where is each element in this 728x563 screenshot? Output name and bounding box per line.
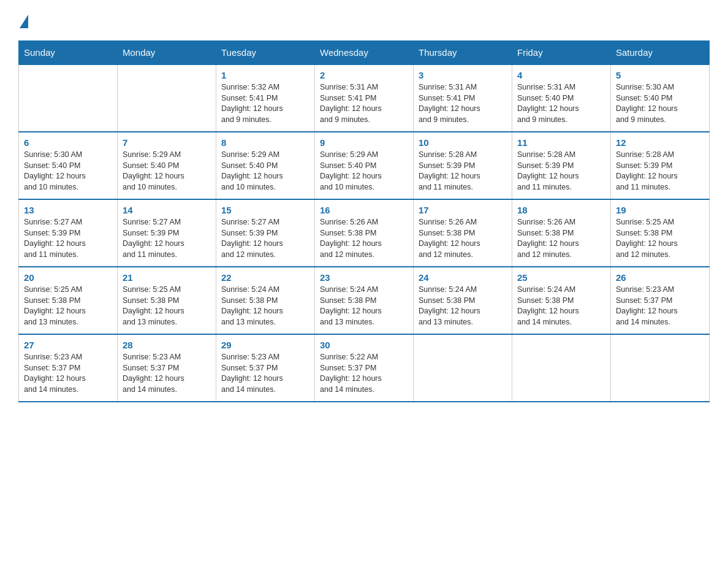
sun-info: Sunrise: 5:27 AMSunset: 5:39 PMDaylight:…: [221, 217, 309, 260]
calendar-cell: 27Sunrise: 5:23 AMSunset: 5:37 PMDayligh…: [19, 334, 118, 402]
sun-info: Sunrise: 5:23 AMSunset: 5:37 PMDaylight:…: [616, 285, 704, 327]
day-number: 6: [24, 137, 112, 148]
calendar-cell: 16Sunrise: 5:26 AMSunset: 5:38 PMDayligh…: [315, 199, 414, 267]
day-number: 25: [517, 272, 605, 283]
header-friday: Friday: [512, 41, 611, 65]
day-number: 8: [221, 137, 309, 148]
calendar-cell: 18Sunrise: 5:26 AMSunset: 5:38 PMDayligh…: [512, 199, 611, 267]
calendar-cell: 25Sunrise: 5:24 AMSunset: 5:38 PMDayligh…: [512, 267, 611, 334]
day-number: 24: [419, 272, 507, 283]
sun-info: Sunrise: 5:23 AMSunset: 5:37 PMDaylight:…: [123, 352, 211, 395]
calendar-cell: 4Sunrise: 5:31 AMSunset: 5:40 PMDaylight…: [512, 64, 611, 132]
day-number: 9: [320, 137, 408, 148]
sun-info: Sunrise: 5:31 AMSunset: 5:40 PMDaylight:…: [517, 82, 605, 125]
day-number: 2: [320, 70, 408, 80]
calendar-cell: 28Sunrise: 5:23 AMSunset: 5:37 PMDayligh…: [118, 334, 216, 402]
header-thursday: Thursday: [414, 41, 512, 65]
header-sunday: Sunday: [19, 41, 118, 65]
sun-info: Sunrise: 5:26 AMSunset: 5:38 PMDaylight:…: [517, 217, 605, 260]
sun-info: Sunrise: 5:31 AMSunset: 5:41 PMDaylight:…: [320, 82, 408, 125]
sun-info: Sunrise: 5:30 AMSunset: 5:40 PMDaylight:…: [616, 82, 704, 125]
day-number: 18: [517, 205, 605, 215]
calendar-cell: [118, 64, 216, 132]
calendar-cell: 1Sunrise: 5:32 AMSunset: 5:41 PMDaylight…: [216, 64, 315, 132]
calendar-cell: 10Sunrise: 5:28 AMSunset: 5:39 PMDayligh…: [414, 132, 512, 199]
week-row-1: 1Sunrise: 5:32 AMSunset: 5:41 PMDaylight…: [19, 64, 710, 132]
day-number: 3: [419, 70, 507, 80]
sun-info: Sunrise: 5:28 AMSunset: 5:39 PMDaylight:…: [419, 150, 507, 193]
day-number: 21: [123, 272, 211, 283]
sun-info: Sunrise: 5:28 AMSunset: 5:39 PMDaylight:…: [517, 150, 605, 193]
sun-info: Sunrise: 5:25 AMSunset: 5:38 PMDaylight:…: [24, 285, 112, 327]
calendar-cell: 17Sunrise: 5:26 AMSunset: 5:38 PMDayligh…: [414, 199, 512, 267]
week-row-4: 20Sunrise: 5:25 AMSunset: 5:38 PMDayligh…: [19, 267, 710, 334]
day-number: 4: [517, 70, 605, 80]
calendar-cell: 30Sunrise: 5:22 AMSunset: 5:37 PMDayligh…: [315, 334, 414, 402]
day-number: 14: [123, 205, 211, 215]
day-number: 17: [419, 205, 507, 215]
sun-info: Sunrise: 5:25 AMSunset: 5:38 PMDaylight:…: [616, 217, 704, 260]
sun-info: Sunrise: 5:24 AMSunset: 5:38 PMDaylight:…: [221, 285, 309, 327]
sun-info: Sunrise: 5:26 AMSunset: 5:38 PMDaylight:…: [419, 217, 507, 260]
day-number: 19: [616, 205, 704, 215]
calendar-cell: 3Sunrise: 5:31 AMSunset: 5:41 PMDaylight…: [414, 64, 512, 132]
header-tuesday: Tuesday: [216, 41, 315, 65]
day-number: 15: [221, 205, 309, 215]
calendar-cell: 6Sunrise: 5:30 AMSunset: 5:40 PMDaylight…: [19, 132, 118, 199]
day-number: 5: [616, 70, 704, 80]
calendar-cell: 11Sunrise: 5:28 AMSunset: 5:39 PMDayligh…: [512, 132, 611, 199]
day-number: 26: [616, 272, 704, 283]
calendar-cell: 5Sunrise: 5:30 AMSunset: 5:40 PMDaylight…: [611, 64, 710, 132]
page-header: [18, 12, 710, 28]
sun-info: Sunrise: 5:31 AMSunset: 5:41 PMDaylight:…: [419, 82, 507, 125]
sun-info: Sunrise: 5:22 AMSunset: 5:37 PMDaylight:…: [320, 352, 408, 395]
sun-info: Sunrise: 5:24 AMSunset: 5:38 PMDaylight:…: [419, 285, 507, 327]
calendar-cell: [512, 334, 611, 402]
logo-triangle-icon: [20, 15, 28, 28]
day-number: 12: [616, 137, 704, 148]
calendar-cell: 2Sunrise: 5:31 AMSunset: 5:41 PMDaylight…: [315, 64, 414, 132]
sun-info: Sunrise: 5:26 AMSunset: 5:38 PMDaylight:…: [320, 217, 408, 260]
day-number: 1: [221, 70, 309, 80]
day-number: 28: [123, 340, 211, 350]
calendar-cell: 21Sunrise: 5:25 AMSunset: 5:38 PMDayligh…: [118, 267, 216, 334]
calendar-cell: 24Sunrise: 5:24 AMSunset: 5:38 PMDayligh…: [414, 267, 512, 334]
day-number: 22: [221, 272, 309, 283]
week-row-2: 6Sunrise: 5:30 AMSunset: 5:40 PMDaylight…: [19, 132, 710, 199]
sun-info: Sunrise: 5:24 AMSunset: 5:38 PMDaylight:…: [320, 285, 408, 327]
sun-info: Sunrise: 5:23 AMSunset: 5:37 PMDaylight:…: [24, 352, 112, 395]
sun-info: Sunrise: 5:27 AMSunset: 5:39 PMDaylight:…: [123, 217, 211, 260]
calendar-cell: 20Sunrise: 5:25 AMSunset: 5:38 PMDayligh…: [19, 267, 118, 334]
calendar-cell: 22Sunrise: 5:24 AMSunset: 5:38 PMDayligh…: [216, 267, 315, 334]
week-row-5: 27Sunrise: 5:23 AMSunset: 5:37 PMDayligh…: [19, 334, 710, 402]
sun-info: Sunrise: 5:25 AMSunset: 5:38 PMDaylight:…: [123, 285, 211, 327]
header-saturday: Saturday: [611, 41, 710, 65]
day-number: 30: [320, 340, 408, 350]
sun-info: Sunrise: 5:29 AMSunset: 5:40 PMDaylight:…: [123, 150, 211, 193]
day-number: 27: [24, 340, 112, 350]
day-number: 20: [24, 272, 112, 283]
header-monday: Monday: [118, 41, 216, 65]
week-row-3: 13Sunrise: 5:27 AMSunset: 5:39 PMDayligh…: [19, 199, 710, 267]
calendar-cell: 19Sunrise: 5:25 AMSunset: 5:38 PMDayligh…: [611, 199, 710, 267]
sun-info: Sunrise: 5:29 AMSunset: 5:40 PMDaylight:…: [320, 150, 408, 193]
sun-info: Sunrise: 5:24 AMSunset: 5:38 PMDaylight:…: [517, 285, 605, 327]
calendar-cell: 23Sunrise: 5:24 AMSunset: 5:38 PMDayligh…: [315, 267, 414, 334]
day-number: 11: [517, 137, 605, 148]
sun-info: Sunrise: 5:29 AMSunset: 5:40 PMDaylight:…: [221, 150, 309, 193]
calendar-cell: 8Sunrise: 5:29 AMSunset: 5:40 PMDaylight…: [216, 132, 315, 199]
sun-info: Sunrise: 5:28 AMSunset: 5:39 PMDaylight:…: [616, 150, 704, 193]
sun-info: Sunrise: 5:23 AMSunset: 5:37 PMDaylight:…: [221, 352, 309, 395]
sun-info: Sunrise: 5:30 AMSunset: 5:40 PMDaylight:…: [24, 150, 112, 193]
calendar-cell: 26Sunrise: 5:23 AMSunset: 5:37 PMDayligh…: [611, 267, 710, 334]
sun-info: Sunrise: 5:32 AMSunset: 5:41 PMDaylight:…: [221, 82, 309, 125]
day-number: 23: [320, 272, 408, 283]
sun-info: Sunrise: 5:27 AMSunset: 5:39 PMDaylight:…: [24, 217, 112, 260]
calendar-cell: [611, 334, 710, 402]
logo: [18, 12, 28, 28]
calendar-cell: 7Sunrise: 5:29 AMSunset: 5:40 PMDaylight…: [118, 132, 216, 199]
calendar-cell: 13Sunrise: 5:27 AMSunset: 5:39 PMDayligh…: [19, 199, 118, 267]
calendar-cell: 29Sunrise: 5:23 AMSunset: 5:37 PMDayligh…: [216, 334, 315, 402]
calendar-cell: [414, 334, 512, 402]
day-number: 29: [221, 340, 309, 350]
